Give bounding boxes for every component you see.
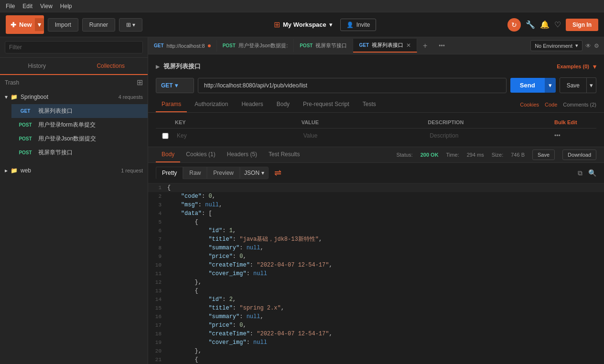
invite-button[interactable]: 👤 Invite	[340, 19, 377, 31]
resp-tab-tests[interactable]: Test Results	[263, 147, 305, 162]
resp-tab-headers[interactable]: Headers (5)	[221, 147, 263, 162]
collection-springboot-header[interactable]: ▾ 📁 Springboot 4 requests	[0, 90, 148, 104]
heart-icon[interactable]: ♡	[554, 20, 561, 29]
tab-name-2: 用户登录Json数据提:	[238, 42, 288, 49]
url-input[interactable]	[198, 78, 507, 93]
examples-dropdown-icon[interactable]: ▾	[593, 63, 596, 70]
line-number-21: 21	[148, 355, 167, 364]
request-name-video-list: 视屏列表接口	[38, 107, 73, 115]
top-bar: ✚ New ▾ Import Runner ⊞ ▾ ⊞ My Workspace…	[0, 12, 604, 37]
line-number-7: 7	[148, 235, 167, 244]
code-line-6: 6 "id": 1,	[148, 226, 604, 235]
req-tab-tests[interactable]: Tests	[357, 97, 382, 112]
new-dropdown-arrow[interactable]: ▾	[35, 18, 44, 31]
cookies-link[interactable]: Cookies	[520, 102, 539, 107]
trash-button[interactable]: Trash	[5, 79, 19, 86]
more-tabs-button[interactable]: •••	[433, 40, 451, 52]
code-line-19: 19 "cover_img": null	[148, 338, 604, 347]
req-tab-params[interactable]: Params	[156, 97, 187, 112]
settings-icon[interactable]: 🔧	[526, 20, 535, 29]
param-key-input[interactable]	[175, 130, 298, 141]
param-desc-input[interactable]	[428, 130, 550, 141]
workspace-selector[interactable]: ⊞ My Workspace ▾	[274, 20, 333, 29]
tab-post-chapter[interactable]: POST 视屏章节接口	[294, 39, 353, 52]
menu-file[interactable]: File	[6, 3, 15, 10]
sign-in-button[interactable]: Sign In	[566, 19, 598, 31]
req-tab-prerequest[interactable]: Pre-request Script	[297, 97, 355, 112]
method-badge-post-3: POST	[16, 150, 34, 156]
request-item-video-list[interactable]: GET 视屏列表接口	[11, 104, 148, 118]
settings-env-icon[interactable]: ⚙	[594, 43, 599, 49]
send-dropdown-button[interactable]: ▾	[545, 78, 556, 93]
tab-get-video-list[interactable]: GET 视屏列表接口 ✕	[353, 39, 417, 53]
menu-edit[interactable]: Edit	[22, 3, 32, 10]
more-button[interactable]: ⊞ ▾	[119, 18, 142, 32]
code-link[interactable]: Code	[545, 102, 557, 107]
response-toolbar: Pretty Raw Preview JSON ▾ ⇌ ⧉ 🔍	[148, 163, 604, 183]
menu-help[interactable]: Help	[60, 3, 72, 10]
code-line-5: 5 {	[148, 218, 604, 226]
examples-link[interactable]: Examples (0)	[557, 64, 589, 69]
bulk-edit-button[interactable]: Bulk Edit	[554, 119, 593, 125]
time-label: Time:	[446, 152, 459, 158]
status-ok-badge: 200 OK	[421, 152, 439, 158]
env-icons: 👁 ⚙	[585, 43, 599, 49]
add-folder-button[interactable]: ⊞	[137, 78, 143, 87]
import-button[interactable]: Import	[48, 18, 78, 32]
collection-web-header[interactable]: ▸ 📁 web 1 request	[0, 163, 148, 178]
req-tab-authorization[interactable]: Authorization	[189, 97, 234, 112]
fmt-tab-pretty[interactable]: Pretty	[156, 167, 183, 179]
request-name-login-form: 用户登录form表单提交	[38, 121, 96, 129]
runner-button[interactable]: Runner	[82, 18, 115, 32]
add-tab-button[interactable]: +	[417, 39, 433, 53]
param-checkbox[interactable]	[160, 133, 171, 139]
new-button[interactable]: ✚ New ▾	[6, 15, 44, 34]
chevron-right-icon: ▸	[5, 167, 8, 174]
resp-tab-body[interactable]: Body	[156, 147, 180, 162]
fmt-tab-preview[interactable]: Preview	[207, 167, 240, 179]
send-button[interactable]: Send	[510, 78, 545, 93]
line-number-6: 6	[148, 226, 167, 235]
method-badge-get: GET	[16, 108, 34, 114]
save-button[interactable]: Save	[560, 77, 587, 93]
request-panel: ▶ 视屏列表接口 Examples (0) ▾	[148, 54, 604, 74]
search-icon[interactable]: 🔍	[588, 169, 596, 177]
response-download-button[interactable]: Download	[562, 150, 596, 160]
param-more-dots[interactable]: •••	[554, 132, 593, 139]
method-select[interactable]: GET ▾	[156, 78, 194, 93]
sidebar-tab-collections[interactable]: Collections	[74, 58, 148, 75]
resp-tab-cookies[interactable]: Cookies (1)	[180, 147, 221, 162]
eye-icon[interactable]: 👁	[585, 43, 591, 49]
sidebar-tab-history[interactable]: History	[0, 58, 74, 74]
wrap-button[interactable]: ⇌	[272, 168, 283, 178]
param-value-input[interactable]	[302, 130, 424, 141]
menu-view[interactable]: View	[40, 3, 53, 10]
close-tab-icon[interactable]: ✕	[406, 42, 411, 49]
new-label: New	[19, 21, 32, 28]
line-number-4: 4	[148, 209, 167, 218]
save-dropdown-button[interactable]: ▾	[587, 77, 596, 93]
search-input[interactable]	[5, 41, 143, 54]
line-content-21: {	[167, 355, 604, 364]
env-selector[interactable]: No Environment ▾	[530, 40, 582, 51]
response-save-button[interactable]: Save	[532, 150, 555, 160]
req-tab-body[interactable]: Body	[271, 97, 295, 112]
format-type-select[interactable]: JSON ▾	[240, 167, 269, 179]
tab-get-localhost[interactable]: GET http://localhost:8	[148, 40, 217, 52]
notification-icon[interactable]: 🔔	[540, 20, 550, 29]
request-item-login-form[interactable]: POST 用户登录form表单提交	[11, 118, 148, 132]
fmt-tab-raw[interactable]: Raw	[183, 167, 207, 179]
copy-icon[interactable]: ⧉	[578, 169, 582, 177]
format-tabs: Pretty Raw Preview JSON ▾	[156, 167, 269, 179]
collection-springboot: ▾ 📁 Springboot 4 requests GET 视屏列表接口 POS…	[0, 90, 148, 160]
size-label: Size:	[492, 152, 503, 158]
req-tab-headers[interactable]: Headers	[236, 97, 269, 112]
tab-post-json[interactable]: POST 用户登录Json数据提:	[217, 39, 294, 52]
request-item-chapter[interactable]: POST 视屏章节接口	[11, 146, 148, 160]
code-line-17: 17 "price": 0,	[148, 321, 604, 330]
comments-link[interactable]: Comments (2)	[563, 102, 596, 107]
sync-button[interactable]: ↻	[507, 18, 521, 32]
line-content-18: "createTime": "2022-04-07 12-54-17",	[167, 330, 604, 338]
line-number-19: 19	[148, 338, 167, 347]
request-item-login-json[interactable]: POST 用户登录Json数据提交	[11, 132, 148, 146]
